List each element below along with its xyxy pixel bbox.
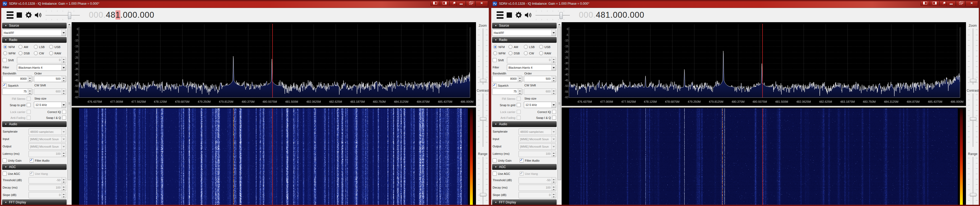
squelch-checkbox[interactable]: Squelch: [3, 84, 19, 87]
mode-radio-lsb[interactable]: LSB: [524, 45, 535, 49]
shift-value-spinner[interactable]: 0: [507, 57, 556, 63]
spinner-arrows[interactable]: [62, 57, 66, 63]
mode-radio-wfm[interactable]: WFM: [493, 51, 505, 55]
volume-slider[interactable]: [46, 11, 80, 20]
cw-shift-spinner[interactable]: 600: [34, 89, 66, 95]
dock-right-button[interactable]: [440, 0, 449, 6]
volume-slider[interactable]: [536, 11, 570, 20]
filter-audio-checkbox[interactable]: Filter Audio: [30, 158, 49, 162]
step-size-select[interactable]: 12.5 kHz: [524, 102, 556, 108]
panel-header-radio[interactable]: ▼Radio: [2, 37, 67, 43]
panel-header-fft-display[interactable]: ▼FFT Display: [492, 200, 557, 205]
lock-carrier-checkbox[interactable]: Lock carrier: [10, 110, 31, 114]
titlebar[interactable]: SDR# v1.0.0.1328 - IQ Imbalance: Gain = …: [0, 0, 490, 8]
mode-radio-usb[interactable]: USB: [49, 45, 60, 49]
panel-header-audio[interactable]: ▼Audio: [2, 121, 67, 127]
use-agc-checkbox[interactable]: Use AGC: [3, 172, 20, 176]
unity-gain-checkbox[interactable]: Unity Gain: [3, 158, 21, 162]
samplerate-select[interactable]: 48000 sample/sec: [29, 128, 66, 135]
correct-iq-checkbox[interactable]: Correct IQ: [537, 110, 556, 114]
fm-stereo-checkbox[interactable]: FM Stereo: [12, 97, 31, 101]
spectrum-waterfall-divider[interactable]: [72, 106, 476, 108]
menu-button[interactable]: [6, 11, 13, 19]
audio-input-select[interactable]: [MME] Microsoft Soun: [29, 136, 66, 143]
sidebar-scrollbar[interactable]: [557, 22, 562, 206]
contrast-slider-handle[interactable]: [480, 117, 486, 121]
stop-button[interactable]: [17, 13, 22, 18]
mode-radio-am[interactable]: AM: [509, 45, 518, 49]
mode-radio-wfm[interactable]: WFM: [3, 51, 15, 55]
panel-header-audio[interactable]: ▼Audio: [492, 121, 557, 127]
close-button[interactable]: ✕: [966, 0, 978, 6]
mode-radio-raw[interactable]: RAW: [539, 51, 551, 55]
panel-header-source[interactable]: ▼Source: [2, 23, 67, 29]
frequency-digits[interactable]: .000.000: [610, 10, 644, 19]
fm-stereo-checkbox[interactable]: FM Stereo: [502, 97, 521, 101]
panel-header-agc[interactable]: ▼AGC: [2, 164, 67, 170]
frequency-digits[interactable]: .000.000: [120, 10, 154, 19]
snap-to-grid-checkbox[interactable]: Snap to grid: [500, 103, 521, 107]
shift-checkbox[interactable]: Shift: [493, 58, 504, 62]
scroll-up-button[interactable]: [68, 22, 71, 27]
lock-carrier-checkbox[interactable]: Lock carrier: [500, 110, 521, 114]
scrollbar-thumb[interactable]: [558, 27, 561, 180]
use-hang-checkbox[interactable]: Use Hang: [30, 172, 48, 176]
order-spinner[interactable]: 500: [524, 76, 556, 82]
mode-radio-cw[interactable]: CW: [34, 51, 44, 55]
swap-iq-checkbox[interactable]: Swap I & Q: [536, 116, 556, 120]
threshold-spinner[interactable]: -50: [519, 177, 556, 184]
panel-header-source[interactable]: ▼Source: [492, 23, 557, 29]
frequency-dim-digits[interactable]: 000.: [579, 10, 596, 19]
panel-header-agc[interactable]: ▼AGC: [492, 164, 557, 170]
audio-output-select[interactable]: [MME] Microsoft Soun: [519, 143, 556, 150]
order-spinner[interactable]: 500: [34, 76, 66, 82]
frequency-dim-digits[interactable]: 000.: [89, 10, 106, 19]
samplerate-select[interactable]: 48000 sample/sec: [519, 128, 556, 135]
source-device-select[interactable]: HackRF: [492, 30, 556, 36]
decay-spinner[interactable]: 100: [519, 185, 556, 191]
settings-button[interactable]: [25, 11, 32, 19]
frequency-display[interactable]: 000.481.000.000: [579, 10, 644, 20]
use-hang-checkbox[interactable]: Use Hang: [520, 172, 538, 176]
minimize-button[interactable]: [457, 0, 466, 6]
restore-button[interactable]: [956, 0, 965, 6]
filter-select[interactable]: Blackman-Harris 4: [17, 65, 66, 71]
restore-button[interactable]: [466, 0, 475, 6]
frequency-digits[interactable]: 481: [596, 10, 610, 19]
frequency-hovered-digit[interactable]: 1: [116, 10, 120, 19]
minimize-button[interactable]: [947, 0, 956, 6]
contrast-slider[interactable]: [967, 93, 979, 147]
panel-header-radio[interactable]: ▼Radio: [492, 37, 557, 43]
menu-button[interactable]: [496, 11, 503, 19]
squelch-value-spinner[interactable]: 75: [2, 89, 32, 95]
bandwidth-spinner[interactable]: 8000: [2, 76, 32, 82]
use-agc-checkbox[interactable]: Use AGC: [493, 172, 510, 176]
range-slider-handle[interactable]: [970, 193, 976, 196]
mode-radio-nfm[interactable]: NFM: [3, 45, 15, 49]
correct-iq-checkbox[interactable]: Correct IQ: [47, 110, 66, 114]
waterfall-canvas[interactable]: [79, 108, 468, 206]
stop-button[interactable]: [507, 13, 512, 18]
slope-spinner[interactable]: 0: [29, 192, 66, 198]
range-slider-handle[interactable]: [480, 193, 486, 196]
latency-spinner[interactable]: 100: [519, 151, 556, 157]
fft-spectrum-canvas[interactable]: [72, 22, 476, 100]
mode-radio-dsb[interactable]: DSB: [509, 51, 520, 55]
slope-spinner[interactable]: 0: [519, 192, 556, 198]
shift-value-spinner[interactable]: 0: [17, 57, 66, 63]
contrast-slider[interactable]: [477, 93, 489, 147]
anti-fading-checkbox[interactable]: Anti-Fading: [501, 116, 521, 120]
decay-spinner[interactable]: 100: [29, 185, 66, 191]
dock-right-button[interactable]: [930, 0, 939, 6]
dock-left-button[interactable]: [921, 0, 930, 6]
shift-checkbox[interactable]: Shift: [3, 58, 14, 62]
scrollbar-thumb[interactable]: [68, 27, 71, 180]
range-slider[interactable]: [477, 157, 489, 206]
zoom-slider[interactable]: [967, 29, 979, 84]
mode-radio-dsb[interactable]: DSB: [19, 51, 30, 55]
mute-button[interactable]: [524, 12, 532, 19]
filter-select[interactable]: Blackman-Harris 4: [507, 65, 556, 71]
panel-header-fft-display[interactable]: ▼FFT Display: [2, 200, 67, 205]
contrast-slider-handle[interactable]: [970, 117, 976, 121]
spectrum-waterfall-divider[interactable]: [562, 106, 966, 108]
